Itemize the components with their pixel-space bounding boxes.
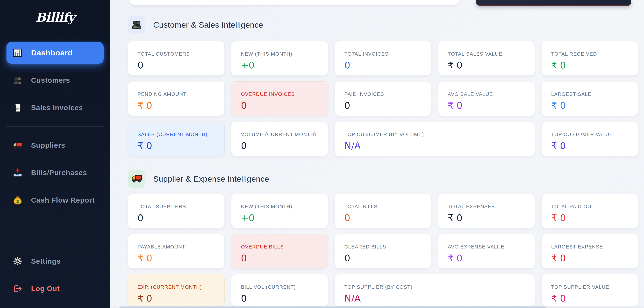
stat-value: ₹ 0 (551, 60, 631, 71)
stat-value: ₹ 0 (138, 293, 218, 304)
stat-value: 0 (344, 100, 424, 111)
svg-text:$: $ (16, 199, 19, 204)
stat-label: AVG SALE VALUE (448, 91, 528, 97)
stat-value: 0 (241, 253, 321, 264)
sidebar-item-suppliers[interactable]: Suppliers (6, 134, 104, 156)
stat-label: OVERDUE INVOICES (241, 91, 321, 97)
sidebar-footer: Settings Log Out (0, 241, 110, 308)
stat-label: TOTAL CUSTOMERS (138, 51, 218, 57)
horizontal-scrollbar[interactable] (110, 307, 644, 308)
notification-toast[interactable] (476, 0, 631, 6)
supplier-section-icon-box (128, 170, 146, 188)
customers-icon (132, 19, 142, 30)
invoice-icon (12, 102, 23, 113)
sidebar-item-label: Customers (31, 76, 70, 84)
stat-value: 0 (344, 253, 424, 264)
stat-label: TOP SUPPLIER (BY COST) (344, 284, 528, 290)
truck-icon (12, 140, 23, 151)
stat-value: 0 (241, 293, 321, 304)
stat-card-bill-vol-current: BILL VOL (CURRENT) 0 (231, 274, 328, 306)
stat-label: TOTAL RECEIVED (551, 51, 631, 57)
stat-card-avg-sale-value: AVG SALE VALUE ₹ 0 (438, 81, 535, 116)
sidebar-item-label: Cash Flow Report (31, 196, 95, 204)
stat-card-total-suppliers: TOTAL SUPPLIERS 0 (128, 194, 224, 228)
sidebar-item-label: Sales Invoices (31, 104, 83, 112)
horizontal-scrollbar-thumb[interactable] (120, 307, 546, 308)
stat-value: 0 (138, 60, 218, 71)
section-header-customer-sales: Customer & Sales Intelligence (128, 16, 638, 34)
sidebar-item-bills-purchases[interactable]: Bills/Purchases (6, 162, 104, 184)
stat-card-total-sales-value: TOTAL SALES VALUE ₹ 0 (438, 41, 535, 75)
stat-label: TOP SUPPLIER VALUE (551, 284, 631, 290)
stat-card-pending-amount: PENDING AMOUNT ₹ 0 (128, 81, 224, 116)
stat-value: 0 (344, 60, 424, 71)
sidebar-item-sales-invoices[interactable]: Sales Invoices (6, 97, 104, 118)
customers-icon (12, 75, 23, 86)
stat-label: EXP. (CURRENT MONTH) (138, 284, 218, 290)
sidebar: Billify Dashboard (0, 0, 110, 308)
sidebar-item-settings[interactable]: Settings (6, 250, 104, 272)
stat-card-sales-current-month: SALES (CURRENT MONTH) ₹ 0 (128, 122, 224, 156)
sidebar-divider (6, 126, 104, 127)
stat-card-cleared-bills: CLEARED BILLS 0 (335, 234, 432, 269)
stat-value: ₹ 0 (448, 213, 528, 223)
stat-card-total-customers: TOTAL CUSTOMERS 0 (128, 41, 224, 75)
section-title: Customer & Sales Intelligence (153, 20, 263, 29)
section-header-supplier-expense: Supplier & Expense Intelligence (128, 170, 638, 188)
stat-card-total-paid-out: TOTAL PAID OUT ₹ 0 (542, 194, 638, 228)
stat-label: PAYABLE AMOUNT (138, 244, 218, 250)
stat-card-total-expenses: TOTAL EXPENSES ₹ 0 (438, 194, 535, 228)
stat-label: TOTAL INVOICES (344, 51, 424, 57)
dashboard-icon (12, 47, 23, 58)
stat-label: TOTAL PAID OUT (551, 204, 631, 209)
stat-card-largest-expense: LARGEST EXPENSE ₹ 0 (542, 234, 638, 269)
stat-label: PENDING AMOUNT (138, 91, 218, 97)
sidebar-item-dashboard[interactable]: Dashboard (6, 42, 104, 64)
stat-card-volume-current-month: VOLUME (CURRENT MONTH) 0 (231, 122, 328, 156)
stat-value: 0 (344, 213, 424, 223)
stat-card-total-invoices: TOTAL INVOICES 0 (335, 41, 432, 75)
stat-value: ₹ 0 (551, 213, 631, 223)
stat-value: ₹ 0 (448, 253, 528, 264)
stat-label: TOP CUSTOMER VALUE (551, 132, 631, 137)
stat-label: NEW (THIS MONTH) (241, 51, 321, 57)
sidebar-item-cash-flow-report[interactable]: $ Cash Flow Report (6, 189, 104, 211)
stat-card-largest-sale: LARGEST SALE ₹ 0 (542, 81, 638, 116)
stat-value: ₹ 0 (138, 140, 218, 151)
stat-card-new-this-month-suppliers: NEW (THIS MONTH) +0 (231, 194, 328, 228)
stat-value: ₹ 0 (551, 140, 631, 151)
stat-card-overdue-invoices: OVERDUE INVOICES 0 (231, 81, 328, 116)
sidebar-item-customers[interactable]: Customers (6, 69, 104, 91)
stat-value: ₹ 0 (448, 60, 528, 71)
stat-value: 0 (241, 100, 321, 111)
money-bag-icon: $ (12, 195, 23, 206)
stat-label: TOTAL EXPENSES (448, 204, 528, 209)
stat-label: PAID INVOICES (344, 91, 424, 97)
sidebar-item-log-out[interactable]: Log Out (6, 278, 104, 300)
stat-card-new-this-month: NEW (THIS MONTH) +0 (231, 41, 328, 75)
stat-label: BILL VOL (CURRENT) (241, 284, 321, 290)
stat-value: N/A (344, 293, 528, 304)
sidebar-item-label: Settings (31, 257, 61, 265)
logout-icon (12, 284, 23, 294)
stat-card-total-bills: TOTAL BILLS 0 (335, 194, 432, 228)
stat-card-paid-invoices: PAID INVOICES 0 (335, 81, 432, 116)
stat-label: CLEARED BILLS (344, 244, 424, 250)
stat-card-exp-current-month: EXP. (CURRENT MONTH) ₹ 0 (128, 274, 224, 306)
stat-value: +0 (241, 213, 321, 223)
stat-value: +0 (241, 60, 321, 71)
stat-label: LARGEST SALE (551, 91, 631, 97)
stat-card-avg-expense-value: AVG EXPENSE VALUE ₹ 0 (438, 234, 535, 269)
stat-label: TOTAL SUPPLIERS (138, 204, 218, 209)
stat-label: SALES (CURRENT MONTH) (138, 132, 218, 137)
supplier-expense-grid: TOTAL SUPPLIERS 0 NEW (THIS MONTH) +0 TO… (128, 194, 638, 306)
stat-value: ₹ 0 (138, 100, 218, 111)
stat-label: VOLUME (CURRENT MONTH) (241, 132, 321, 137)
stat-card-total-received: TOTAL RECEIVED ₹ 0 (542, 41, 638, 75)
stat-card-top-customer-by-volume: TOP CUSTOMER (BY VOLUME) N/A (335, 122, 535, 156)
main-content: Customer & Sales Intelligence TOTAL CUST… (110, 0, 644, 308)
stat-card-top-supplier-value: TOP SUPPLIER VALUE ₹ 0 (542, 274, 638, 306)
section-title: Supplier & Expense Intelligence (153, 174, 269, 184)
stat-card-overdue-bills: OVERDUE BILLS 0 (231, 234, 328, 269)
stat-value: N/A (344, 140, 528, 151)
